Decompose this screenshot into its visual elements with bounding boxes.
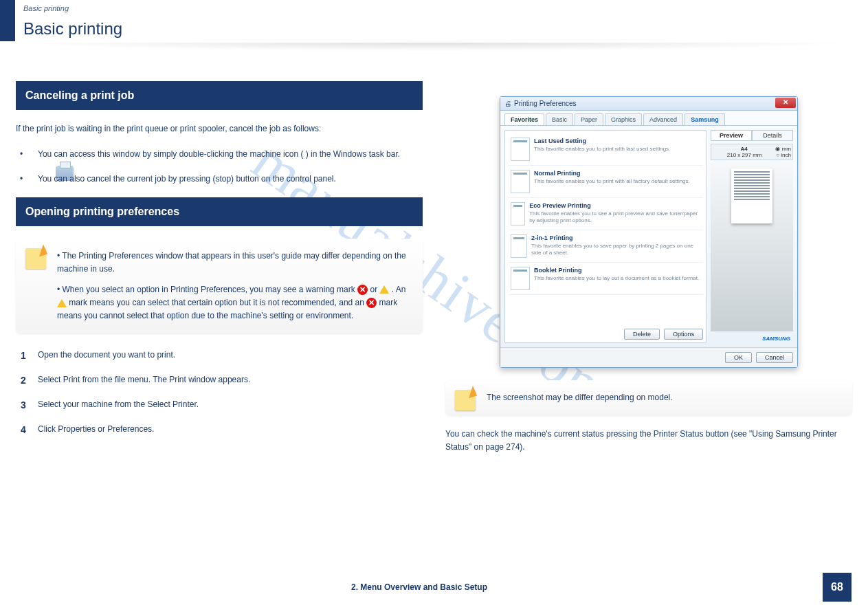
page-title: Basic printing bbox=[23, 19, 122, 39]
printing-preferences-dialog: 🖨 Printing Preferences ✕ Favorites Basic… bbox=[500, 96, 798, 368]
favorite-item[interactable]: Eco Preview PrintingThis favorite enable… bbox=[508, 198, 703, 230]
warning-icon bbox=[379, 285, 389, 294]
right-column: 🖨 Printing Preferences ✕ Favorites Basic… bbox=[445, 81, 852, 467]
bullet: • bbox=[20, 148, 23, 160]
ok-button[interactable]: OK bbox=[725, 352, 752, 363]
cancel-intro: If the print job is waiting in the print… bbox=[16, 122, 423, 135]
footer-chapter: 2. Menu Overview and Basic Setup bbox=[351, 582, 487, 592]
side-tab-details[interactable]: Details bbox=[752, 130, 793, 141]
tab-advanced[interactable]: Advanced bbox=[643, 113, 683, 125]
paper-dim: 210 x 297 mm bbox=[727, 152, 762, 158]
favorite-item[interactable]: Booklet PrintingThis favorite enables yo… bbox=[508, 263, 703, 295]
unit-inch[interactable]: ○ inch bbox=[776, 152, 791, 158]
note-icon bbox=[455, 390, 476, 410]
preview-pane: Preview Details A4 ◉ mm 210 x 297 mm ○ i… bbox=[711, 130, 793, 343]
bullet: • bbox=[20, 173, 23, 185]
favorite-title: Eco Preview Printing bbox=[529, 202, 700, 209]
step-num: 2 bbox=[16, 373, 31, 388]
favorite-item[interactable]: Last Used SettingThis favorite enables y… bbox=[508, 133, 703, 166]
paper-size-row: A4 ◉ mm 210 x 297 mm ○ inch bbox=[711, 144, 793, 160]
favorite-desc: This favorite enables you to lay out a d… bbox=[534, 275, 699, 282]
favorite-thumb-icon bbox=[511, 170, 530, 193]
prefs-step-3: Select your machine from the Select Prin… bbox=[38, 399, 199, 409]
breadcrumb: Basic printing bbox=[23, 4, 69, 12]
prefs-step-1: Open the document you want to print. bbox=[38, 350, 175, 360]
favorites-pane: Last Used SettingThis favorite enables y… bbox=[504, 130, 706, 343]
favorite-thumb-icon bbox=[511, 202, 525, 226]
prefs-steps: 1Open the document you want to print. 2S… bbox=[16, 349, 423, 435]
step-num: 1 bbox=[16, 349, 31, 364]
header-accent bbox=[0, 0, 15, 41]
favorite-desc: This favorite enables you to print with … bbox=[534, 146, 670, 153]
favorite-title: Last Used Setting bbox=[534, 138, 670, 144]
cancel-steps: • You can access this window by simply d… bbox=[16, 148, 423, 185]
cancel-step-1: You can access this window by simply dou… bbox=[38, 149, 400, 159]
favorite-desc: This favorite enables you to save paper … bbox=[531, 243, 700, 256]
error-icon-2: ✕ bbox=[366, 298, 377, 308]
left-column: Canceling a print job If the print job i… bbox=[16, 81, 423, 448]
cancel-step-1-text: You can access this window by simply dou… bbox=[38, 149, 400, 159]
section-cancel-title: Canceling a print job bbox=[16, 81, 423, 110]
page-number-badge: 68 bbox=[823, 573, 852, 602]
tab-graphics[interactable]: Graphics bbox=[605, 113, 642, 125]
dialog-title: Printing Preferences bbox=[514, 100, 577, 107]
favorite-item[interactable]: Normal PrintingThis favorite enables you… bbox=[508, 166, 703, 198]
prefs-step-4: Click Properties or Preferences. bbox=[38, 424, 154, 434]
options-button[interactable]: Options bbox=[664, 329, 703, 340]
cancel-step-2: You can also cancel the current job by p… bbox=[38, 174, 336, 184]
dialog-titlebar[interactable]: 🖨 Printing Preferences ✕ bbox=[500, 97, 797, 111]
preview-sheet-icon bbox=[731, 168, 772, 223]
step-num: 3 bbox=[16, 398, 31, 413]
note-box-right: The screenshot may be differ depending o… bbox=[445, 380, 852, 415]
favorite-title: Normal Printing bbox=[534, 170, 690, 177]
right-note-text: The screenshot may be differ depending o… bbox=[487, 393, 673, 402]
right-paragraph: You can check the machine's current stat… bbox=[445, 428, 852, 454]
note-p2a: When you select an option in Printing Pr… bbox=[63, 285, 358, 294]
delete-button[interactable]: Delete bbox=[624, 329, 660, 340]
cancel-button[interactable]: Cancel bbox=[756, 352, 793, 363]
note-box-left: • The Printing Preferences window that a… bbox=[16, 239, 423, 333]
favorite-desc: This favorite enables you to print with … bbox=[534, 178, 690, 185]
tab-basic[interactable]: Basic bbox=[546, 113, 573, 125]
close-button[interactable]: ✕ bbox=[775, 98, 796, 108]
note-p2b: or bbox=[370, 285, 379, 294]
brand-logo: SAMSUNG bbox=[711, 334, 793, 343]
favorite-title: Booklet Printing bbox=[534, 267, 699, 274]
prefs-step-2: Select Print from the file menu. The Pri… bbox=[38, 375, 250, 384]
page-footer: 2. Menu Overview and Basic Setup 68 bbox=[16, 573, 852, 602]
note-icon bbox=[25, 248, 46, 269]
dialog-tabs: Favorites Basic Paper Graphics Advanced … bbox=[500, 111, 797, 126]
dialog-title-icon: 🖨 bbox=[504, 100, 511, 107]
section-prefs-title: Opening printing preferences bbox=[16, 197, 423, 226]
favorite-item[interactable]: 2-in-1 PrintingThis favorite enables you… bbox=[508, 230, 703, 263]
favorite-thumb-icon bbox=[511, 267, 530, 290]
error-icon: ✕ bbox=[357, 285, 368, 295]
note-p1: The Printing Preferences window that app… bbox=[57, 251, 406, 274]
unit-mm[interactable]: ◉ mm bbox=[775, 146, 791, 152]
step-num: 4 bbox=[16, 423, 31, 438]
tab-favorites[interactable]: Favorites bbox=[504, 113, 544, 125]
favorite-desc: This favorite enables you to see a print… bbox=[529, 210, 700, 223]
divider bbox=[15, 43, 852, 51]
note-p2d: mark means you can select that certain o… bbox=[69, 298, 366, 307]
warning-icon-2 bbox=[57, 299, 67, 307]
tab-samsung[interactable]: Samsung bbox=[685, 113, 725, 125]
favorite-title: 2-in-1 Printing bbox=[531, 234, 700, 241]
tab-paper[interactable]: Paper bbox=[575, 113, 603, 125]
paper-size: A4 bbox=[741, 146, 748, 152]
side-tab-preview[interactable]: Preview bbox=[711, 130, 752, 141]
preview-area bbox=[711, 163, 793, 331]
note-p2c: . An bbox=[392, 285, 406, 294]
favorite-thumb-icon bbox=[511, 138, 530, 161]
favorite-thumb-icon bbox=[511, 234, 527, 258]
